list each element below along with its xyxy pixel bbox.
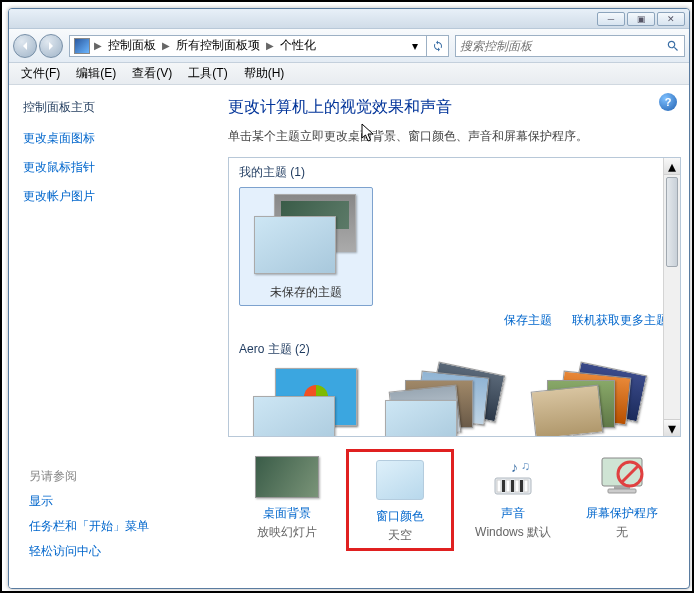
minimize-button[interactable]: ─ (597, 12, 625, 26)
breadcrumb[interactable]: 控制面板 (106, 37, 158, 54)
forward-button[interactable] (39, 34, 63, 58)
theme-aero-3[interactable] (523, 368, 661, 436)
aero-themes-header: Aero 主题 (2) (229, 335, 680, 364)
sidebar: 控制面板主页 更改桌面图标 更改鼠标指针 更改帐户图片 另请参阅 显示 任务栏和… (9, 85, 224, 588)
sidebar-link-taskbar[interactable]: 任务栏和「开始」菜单 (29, 518, 149, 535)
save-theme-link[interactable]: 保存主题 (504, 312, 552, 329)
menu-help[interactable]: 帮助(H) (236, 65, 293, 82)
svg-rect-4 (502, 480, 505, 492)
close-button[interactable]: ✕ (657, 12, 685, 26)
menu-edit[interactable]: 编辑(E) (68, 65, 124, 82)
scrollbar[interactable]: ▴ ▾ (663, 158, 680, 436)
svg-rect-9 (524, 480, 528, 492)
menu-view[interactable]: 查看(V) (124, 65, 180, 82)
breadcrumb[interactable]: 所有控制面板项 (174, 37, 262, 54)
menu-file[interactable]: 文件(F) (13, 65, 68, 82)
sidebar-link-account-picture[interactable]: 更改帐户图片 (23, 188, 210, 205)
theme-label: 未保存的主题 (240, 284, 372, 301)
option-window-color[interactable]: 窗口颜色 天空 (346, 449, 454, 551)
theme-unsaved[interactable]: 未保存的主题 (239, 187, 373, 306)
get-more-themes-link[interactable]: 联机获取更多主题 (572, 312, 668, 329)
scroll-thumb[interactable] (666, 177, 678, 267)
main-content: ? 更改计算机上的视觉效果和声音 单击某个主题立即更改桌面背景、窗口颜色、声音和… (224, 85, 689, 588)
screensaver-icon (572, 453, 672, 501)
window-color-icon (349, 456, 451, 504)
scroll-up-icon[interactable]: ▴ (664, 158, 680, 175)
svg-rect-5 (506, 480, 510, 492)
sidebar-link-mouse-pointer[interactable]: 更改鼠标指针 (23, 159, 210, 176)
theme-aero-1[interactable] (239, 368, 377, 436)
svg-rect-7 (515, 480, 519, 492)
themes-panel: 我的主题 (1) 未保存的主题 保存主题 联机获取更多主题 (228, 157, 681, 437)
page-subtitle: 单击某个主题立即更改桌面背景、窗口颜色、声音和屏幕保护程序。 (228, 128, 681, 145)
menu-tools[interactable]: 工具(T) (180, 65, 235, 82)
option-screensaver[interactable]: 屏幕保护程序 无 (572, 449, 672, 551)
breadcrumb[interactable]: 个性化 (278, 37, 318, 54)
theme-aero-2[interactable] (381, 368, 519, 436)
control-panel-icon (74, 38, 90, 54)
option-sounds[interactable]: ♪ ♫ 声音 Windows 默认 (463, 449, 563, 551)
control-panel-home-link[interactable]: 控制面板主页 (23, 99, 210, 116)
search-icon (666, 39, 680, 53)
help-icon[interactable]: ? (659, 93, 677, 111)
svg-rect-6 (511, 480, 514, 492)
svg-text:♪: ♪ (511, 459, 518, 475)
refresh-button[interactable] (427, 35, 449, 57)
address-bar[interactable]: ▶ 控制面板 ▶ 所有控制面板项 ▶ 个性化 ▾ (69, 35, 427, 57)
maximize-button[interactable]: ▣ (627, 12, 655, 26)
title-bar: ─ ▣ ✕ (9, 9, 689, 29)
my-themes-header: 我的主题 (1) (229, 158, 680, 187)
chevron-right-icon: ▶ (266, 40, 274, 51)
menu-bar: 文件(F) 编辑(E) 查看(V) 工具(T) 帮助(H) (9, 63, 689, 85)
sounds-icon: ♪ ♫ (463, 453, 563, 501)
option-desktop-background[interactable]: 桌面背景 放映幻灯片 (237, 449, 337, 551)
svg-rect-3 (497, 480, 501, 492)
address-dropdown-icon[interactable]: ▾ (408, 39, 422, 53)
sidebar-link-ease-access[interactable]: 轻松访问中心 (29, 543, 149, 560)
desktop-background-icon (237, 453, 337, 501)
search-box[interactable] (455, 35, 685, 57)
svg-rect-12 (608, 489, 636, 493)
svg-rect-8 (520, 480, 523, 492)
back-button[interactable] (13, 34, 37, 58)
scroll-down-icon[interactable]: ▾ (664, 419, 680, 436)
see-also-header: 另请参阅 (29, 468, 149, 485)
sidebar-link-display[interactable]: 显示 (29, 493, 149, 510)
search-input[interactable] (460, 39, 666, 53)
page-title: 更改计算机上的视觉效果和声音 (228, 97, 681, 118)
chevron-right-icon: ▶ (94, 40, 102, 51)
chevron-right-icon: ▶ (162, 40, 170, 51)
sidebar-link-desktop-icons[interactable]: 更改桌面图标 (23, 130, 210, 147)
navigation-bar: ▶ 控制面板 ▶ 所有控制面板项 ▶ 个性化 ▾ (9, 29, 689, 63)
svg-text:♫: ♫ (521, 459, 530, 473)
